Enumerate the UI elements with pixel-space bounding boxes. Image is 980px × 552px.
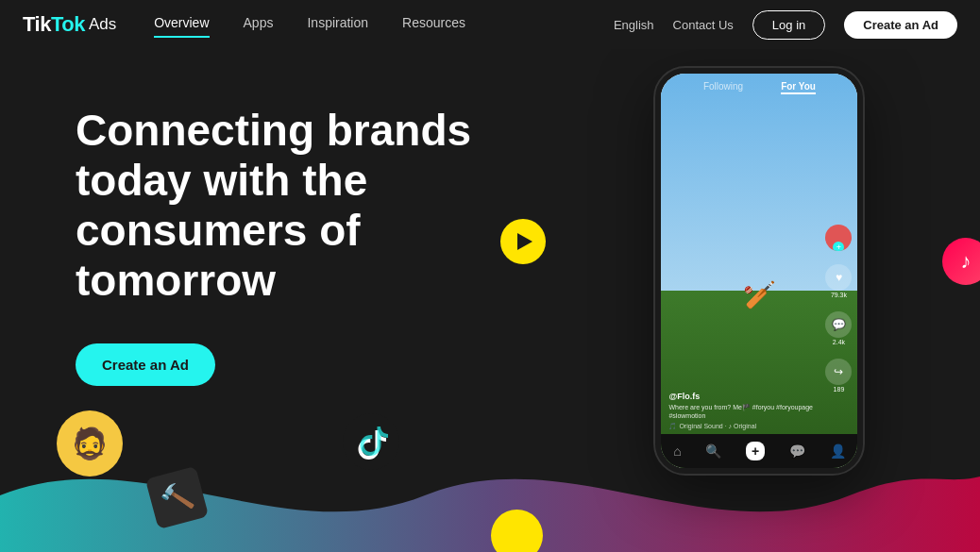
phone-share-item[interactable]: ↪ 189 [825,359,852,393]
following-tab[interactable]: Following [703,81,743,94]
logo[interactable]: TikTok Ads [23,12,116,37]
phone-tab-bar: Following For You [661,74,857,98]
comment-count: 2.4k [833,339,845,345]
phone-creator-username: @Flo.fs [668,392,819,401]
heart-icon: ♥ [825,264,852,291]
navbar: TikTok Ads Overview Apps Inspiration Res… [0,0,980,49]
phone-mockup: Following For You 🏏 ♥ 79.3k [655,68,863,474]
logo-ads-text: Ads [89,15,116,34]
share-count: 189 [834,386,845,393]
phone-video-caption: @Flo.fs Where are you from? Me🏴 #foryou … [668,392,819,430]
stamp-emoji: 🔨 [157,478,196,517]
nav-link-resources[interactable]: Resources [402,15,465,34]
nav-links: Overview Apps Inspiration Resources [154,15,614,34]
home-icon[interactable]: ⌂ [673,443,681,459]
svg-point-0 [343,413,399,470]
search-icon[interactable]: 🔍 [705,443,721,459]
avatar-emoji: 🧔 [71,426,109,461]
phone-mockup-area: Following For You 🏏 ♥ 79.3k [539,49,980,552]
inbox-icon[interactable]: 💬 [789,443,805,459]
phone-bottom-nav: ⌂ 🔍 + 💬 👤 [661,434,857,468]
comment-icon: 💬 [825,311,852,338]
login-button[interactable]: Log in [752,10,825,40]
phone-like-item[interactable]: ♥ 79.3k [825,264,852,298]
contact-us-link[interactable]: Contact Us [673,18,734,32]
decorative-music-element: ♪ [942,238,980,285]
decorative-avatar: 🧔 [57,410,123,477]
decorative-tiktok-logo [340,410,401,472]
nav-right: English Contact Us Log in Create an Ad [614,10,957,40]
music-note-icon: ♪ [960,249,971,274]
language-selector[interactable]: English [614,18,654,32]
phone-video-description: Where are you from? Me🏴 #foryou #foryoup… [668,403,819,420]
share-icon: ↪ [825,359,852,385]
like-count: 79.3k [831,292,847,298]
phone-avatar-item [825,225,852,251]
logo-text: TikTok [23,12,85,37]
for-you-tab[interactable]: For You [781,81,816,94]
video-figure: 🏏 [743,279,776,310]
add-icon[interactable]: + [746,442,765,460]
phone-action-icons: ♥ 79.3k 💬 2.4k ↪ 189 [825,225,852,393]
phone-video-content: 🏏 ♥ 79.3k 💬 2.4k ↪ [661,74,857,468]
hero-section: Connecting brands today with the consume… [0,49,539,552]
phone-comment-item[interactable]: 💬 2.4k [825,311,852,345]
hero-title: Connecting brands today with the consume… [76,106,482,306]
nav-link-inspiration[interactable]: Inspiration [307,15,368,34]
main-content: Connecting brands today with the consume… [0,49,980,552]
nav-link-overview[interactable]: Overview [154,15,209,34]
profile-icon[interactable]: 👤 [830,443,846,459]
phone-sound-info: 🎵 Original Sound · ♪ Original [668,423,819,430]
create-ad-button-nav[interactable]: Create an Ad [844,11,957,39]
phone-creator-avatar [825,225,852,251]
hero-create-ad-button[interactable]: Create an Ad [76,343,215,386]
nav-link-apps[interactable]: Apps [244,15,274,34]
decorative-stamp-icon: 🔨 [145,466,209,529]
tiktok-logo-svg [343,413,399,470]
music-icon: ♪ [942,238,980,285]
